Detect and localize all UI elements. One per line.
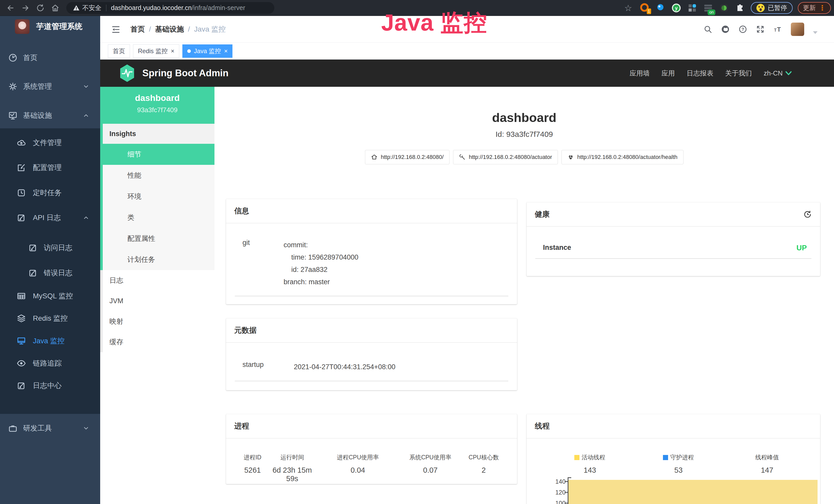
sidebar-item-dev-tools[interactable]: 研发工具 — [0, 417, 100, 440]
sidebar-item-system[interactable]: 系统管理 — [0, 75, 100, 98]
tab-close-icon[interactable]: × — [171, 47, 174, 55]
security-label: 不安全 — [82, 4, 102, 12]
sba-tab-config-properties[interactable]: 配置属性 — [103, 228, 215, 249]
sidebar-fold-icon[interactable] — [111, 25, 121, 35]
uptime-value: 6d 23h 15m 59s — [270, 466, 314, 483]
sba-nav-about[interactable]: 关于我们 — [725, 69, 752, 78]
edit-square-icon — [17, 381, 26, 390]
sidebar-item-scheduled-tasks[interactable]: 定时任务 — [0, 181, 100, 204]
sba-insights-block: Insights 细节 性能 环境 类 配置属性 计划任务 — [100, 124, 215, 270]
sba-nav-journal[interactable]: 日志报表 — [686, 69, 713, 78]
github-icon[interactable] — [721, 25, 730, 33]
sba-tab-performance[interactable]: 性能 — [103, 165, 215, 186]
sidebar-item-java-monitor[interactable]: Java 监控 — [0, 329, 100, 352]
help-icon[interactable]: ? — [739, 25, 747, 33]
breadcrumb-infra[interactable]: 基础设施 — [155, 24, 184, 34]
extension-icon-2[interactable] — [655, 3, 665, 13]
sba-nav-applications[interactable]: 应用 — [661, 69, 675, 78]
heartbeat-icon — [567, 154, 574, 160]
sidebar-item-api-logs[interactable]: API 日志 — [0, 206, 100, 229]
user-avatar[interactable] — [791, 23, 804, 36]
threads-area-chart: 140 120 100 — [549, 476, 817, 504]
app-logo[interactable]: 芋道管理系统 — [15, 19, 83, 34]
sba-nav-mappings[interactable]: 映射 — [103, 311, 215, 332]
url-path: /infra/admin-server — [192, 4, 245, 12]
sba-tab-classes[interactable]: 类 — [103, 207, 215, 228]
sba-nav-links: 应用墙 应用 日志报表 关于我们 zh-CN — [630, 60, 792, 87]
sidebar-item-error-logs[interactable]: 错误日志 — [0, 261, 100, 284]
browser-menu-dots-icon: ⋮ — [819, 4, 826, 12]
health-history-icon[interactable] — [803, 210, 812, 219]
y-tick-100: 100 — [550, 500, 566, 504]
tab-close-icon[interactable]: × — [224, 47, 227, 55]
sidebar-item-log-center[interactable]: 日志中心 — [0, 374, 100, 397]
extension-icon-4[interactable] — [687, 3, 697, 13]
instance-name: dashboard — [100, 93, 215, 103]
forward-icon[interactable] — [21, 4, 30, 12]
reload-icon[interactable] — [36, 4, 45, 12]
bookmark-star-icon[interactable]: ☆ — [624, 3, 632, 13]
sba-nav-jvm[interactable]: JVM — [103, 291, 215, 311]
sba-instance-box[interactable]: dashboard 93a3fc7f7409 — [100, 87, 215, 124]
sba-tab-scheduled-tasks[interactable]: 计划任务 — [103, 249, 215, 270]
actuator-url-chip[interactable]: http://192.168.0.2:48080/actuator — [453, 150, 558, 164]
chevron-down-icon — [83, 425, 89, 432]
live-threads-area — [568, 480, 817, 504]
eye-icon — [17, 359, 26, 368]
extensions-puzzle-icon[interactable] — [735, 3, 745, 13]
extension-icon-3[interactable]: y — [671, 3, 681, 13]
legend-swatch-yellow — [574, 455, 579, 460]
surprised-emoji-avatar — [756, 4, 765, 12]
search-icon[interactable] — [704, 25, 712, 33]
chrome-update-button[interactable]: 更新 ⋮ — [798, 2, 831, 14]
app-title: 芋道管理系统 — [36, 21, 83, 32]
health-url-chip[interactable]: http://192.168.0.2:48080/actuator/health — [562, 150, 683, 164]
sba-navbar: Spring Boot Admin 应用墙 应用 日志报表 关于我们 zh-CN — [100, 60, 834, 87]
sba-nav-caches[interactable]: 缓存 — [103, 332, 215, 352]
caret-down-icon[interactable] — [813, 31, 817, 34]
address-bar[interactable]: 不安全 dashboard.yudao.iocoder.cn/infra/adm… — [66, 2, 274, 14]
sba-nav-logs[interactable]: 日志 — [103, 270, 215, 291]
chevron-up-icon — [83, 214, 89, 221]
sidebar-item-mysql-monitor[interactable]: MySQL 监控 — [0, 284, 100, 307]
sba-logo-icon[interactable] — [119, 64, 135, 83]
tab-redis-monitor[interactable]: Redis 监控 × — [133, 44, 179, 58]
extension-icon-6[interactable] — [719, 3, 729, 13]
back-icon[interactable] — [6, 4, 15, 12]
sidebar-item-config-management[interactable]: 配置管理 — [0, 156, 100, 179]
threads-legend: 活动线程 守护进程 线程峰值 — [535, 453, 811, 461]
extension-icon-1[interactable]: 1 — [639, 3, 650, 13]
breadcrumb-home[interactable]: 首页 — [130, 24, 145, 34]
service-url-chip[interactable]: http://192.168.0.2:48080/ — [365, 150, 449, 164]
sidebar-item-home[interactable]: 首页 — [0, 46, 100, 69]
edit-square-icon — [28, 268, 38, 278]
sba-section-insights: Insights — [103, 124, 215, 144]
sidebar-item-file-management[interactable]: 文件管理 — [0, 131, 100, 154]
sidebar-item-tracing[interactable]: 链路追踪 — [0, 352, 100, 375]
y-tick-120: 120 — [550, 489, 566, 496]
home-icon[interactable] — [51, 4, 60, 12]
sidebar-item-access-logs[interactable]: 访问日志 — [0, 236, 100, 259]
peak-threads-value: 147 — [723, 466, 811, 475]
clock-history-icon — [17, 188, 26, 198]
process-cpu-value: 0.04 — [314, 466, 402, 483]
threads-card-title: 线程 — [535, 421, 550, 431]
font-size-icon[interactable]: TT — [773, 25, 782, 33]
legend-swatch-blue — [663, 455, 668, 460]
sba-tab-details[interactable]: 细节 — [103, 144, 215, 165]
tab-home[interactable]: 首页 — [108, 44, 130, 58]
metadata-key: startup — [235, 361, 294, 373]
extension-icon-5[interactable]: on — [703, 3, 713, 13]
sba-brand[interactable]: Spring Boot Admin — [142, 68, 228, 78]
sidebar-item-infra[interactable]: 基础设施 — [0, 104, 100, 127]
layers-icon — [17, 314, 26, 323]
sba-tab-environment[interactable]: 环境 — [103, 186, 215, 207]
edit-icon — [17, 163, 26, 172]
sidebar-item-redis-monitor[interactable]: Redis 监控 — [0, 307, 100, 330]
profile-paused-chip[interactable]: 已暂停 — [751, 2, 793, 14]
fullscreen-icon[interactable] — [756, 25, 765, 33]
tab-java-monitor[interactable]: Java 监控 × — [182, 44, 233, 58]
tags-view-bar: 首页 Redis 监控 × Java 监控 × — [100, 43, 834, 60]
sba-nav-wallboard[interactable]: 应用墙 — [630, 69, 650, 78]
sba-locale-select[interactable]: zh-CN — [764, 69, 792, 77]
